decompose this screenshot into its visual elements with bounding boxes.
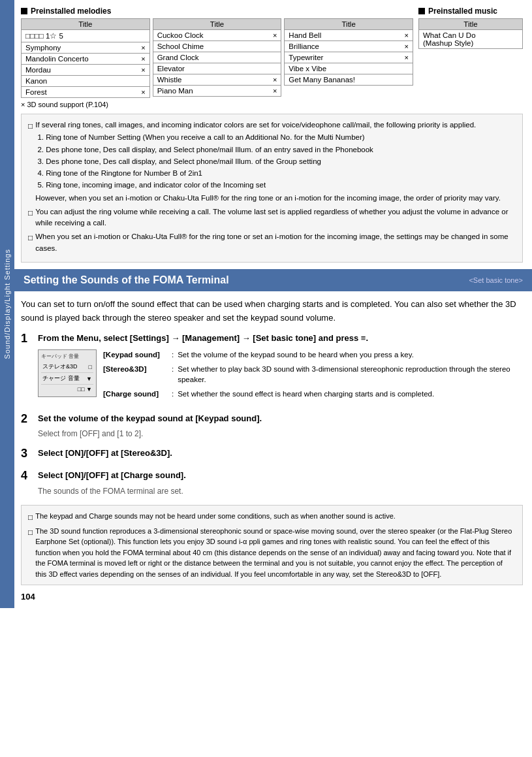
bottom-note-box: □ The keypad and Charge sounds may not b… bbox=[21, 505, 523, 586]
keypad-sound-label: [Keypad sound] bbox=[103, 349, 172, 360]
music-square-icon bbox=[418, 8, 425, 14]
row-cell: Mandolin Concerto × bbox=[22, 54, 150, 65]
x-mark: × bbox=[405, 54, 409, 61]
row-cell: Brilliance × bbox=[285, 41, 413, 52]
step-3-header: 3 Select [ON]/[OFF] at [Stereo&3D]. bbox=[21, 447, 523, 460]
phone-screen: キーパッド 音量 ステレオ&3D □ チャージ 音量 ▼ □□ ▼ bbox=[38, 349, 97, 397]
melodies-col-3: Title Hand Bell × Brilliance × Typewrite… bbox=[284, 18, 413, 98]
x-mark: × bbox=[141, 66, 145, 74]
melodies-title: Preinstalled melodies bbox=[31, 7, 111, 16]
info-box: □ If several ring tones, call images, an… bbox=[21, 114, 523, 263]
step-2-title: Set the volume of the keypad sound at [K… bbox=[38, 413, 523, 425]
row-cell: What Can U Do(Mashup Style) bbox=[419, 30, 523, 49]
x-mark: × bbox=[273, 76, 277, 84]
row-cell: Whistle × bbox=[153, 74, 281, 86]
step-4-header: 4 Select [ON]/[OFF] at [Charge sound]. bbox=[21, 470, 523, 483]
table-row: What Can U Do(Mashup Style) bbox=[419, 30, 523, 49]
x-mark: × bbox=[273, 87, 277, 95]
x-mark: × bbox=[273, 31, 277, 39]
table-row: Forest × bbox=[22, 87, 150, 98]
table-row: Whistle × bbox=[153, 74, 281, 86]
row-cell: Grand Clock bbox=[153, 52, 281, 63]
row-cell: Vibe x Vibe bbox=[285, 63, 413, 74]
step-4-subtitle: The sounds of the FOMA terminal are set. bbox=[38, 487, 523, 496]
row-cell: Piano Man × bbox=[153, 86, 281, 97]
bottom-note-item-1: □ The keypad and Charge sounds may not b… bbox=[28, 511, 516, 523]
info-text-3: When you set an i-motion or Chaku-Uta Fu… bbox=[35, 233, 508, 251]
music-title: Preinstalled music bbox=[428, 7, 497, 16]
table-row: Hand Bell × bbox=[285, 30, 413, 41]
note-3d: × 3D sound support (P.104) bbox=[21, 101, 523, 108]
setting-section-link: <Set basic tone> bbox=[469, 276, 523, 284]
info-intro: If several ring tones, call images, and … bbox=[35, 121, 476, 129]
info-content-2: You can adjust the ring volume while rec… bbox=[35, 206, 516, 229]
info-content-3: When you set an i-motion or Chaku-Uta Fu… bbox=[35, 231, 516, 254]
table-row: Mordau × bbox=[22, 65, 150, 76]
col3-header: Title bbox=[285, 19, 413, 30]
info-footer: However, when you set an i-motion or Cha… bbox=[35, 193, 516, 204]
x-mark: × bbox=[141, 55, 145, 63]
melodies-tables: Title □□□□ 1☆ 5 Symphony × Mandolin Conc… bbox=[21, 18, 413, 98]
screen-val-2: ▼ bbox=[86, 376, 92, 382]
x-mark: × bbox=[405, 31, 409, 39]
melodies-col-1: Title □□□□ 1☆ 5 Symphony × Mandolin Conc… bbox=[21, 18, 150, 98]
list-item: Des phone tone, Des call display, and Se… bbox=[46, 144, 516, 155]
info-item-2: □ You can adjust the ring volume while r… bbox=[28, 206, 516, 229]
step-3: 3 Select [ON]/[OFF] at [Stereo&3D]. bbox=[21, 447, 523, 460]
screen-label-1: ステレオ&3D bbox=[42, 362, 78, 371]
col1-header: Title bbox=[22, 19, 150, 30]
table-row: Mandolin Concerto × bbox=[22, 54, 150, 65]
step-1-header: 1 From the Menu, select [Settings] → [Ma… bbox=[21, 332, 523, 346]
table-row: Piano Man × bbox=[153, 86, 281, 97]
screen-top-row: キーパッド 音量 bbox=[41, 353, 93, 360]
charge-sound-row: [Charge sound] : Set whether the sound e… bbox=[103, 389, 523, 399]
x-mark: × bbox=[405, 42, 409, 50]
step-4-body: The sounds of the FOMA terminal are set. bbox=[21, 487, 523, 496]
row-cell: Cuckoo Clock × bbox=[153, 30, 281, 41]
step-2-number: 2 bbox=[21, 413, 33, 426]
charge-sound-label: [Charge sound] bbox=[103, 389, 172, 399]
step-1-title: From the Menu, select [Settings] → [Mana… bbox=[38, 332, 523, 344]
step-1-descriptions: [Keypad sound] : Set the volume of the k… bbox=[103, 349, 523, 403]
list-item: Ring tone, incoming image, and indicator… bbox=[46, 180, 516, 191]
step-3-number: 3 bbox=[21, 447, 33, 460]
table-row: Get Many Bananas! bbox=[285, 74, 413, 86]
info-content-1: If several ring tones, call images, and … bbox=[35, 120, 516, 204]
preinstalled-section: Preinstalled melodies Title □□□□ 1☆ 5 Sy… bbox=[21, 7, 523, 98]
step-2-subtitle: Select from [OFF] and [1 to 2]. bbox=[38, 429, 523, 438]
table-row: Cuckoo Clock × bbox=[153, 30, 281, 41]
info-icon-3: □ bbox=[28, 232, 33, 254]
music-header: Preinstalled music bbox=[418, 7, 523, 16]
step-2-header: 2 Set the volume of the keypad sound at … bbox=[21, 413, 523, 426]
melody-table-2: Title Cuckoo Clock × School Chime Grand … bbox=[153, 18, 282, 97]
setting-description: You can set to turn on/off the sound eff… bbox=[21, 298, 523, 325]
step-4: 4 Select [ON]/[OFF] at [Charge sound]. T… bbox=[21, 470, 523, 496]
table-row: Typewriter × bbox=[285, 52, 413, 63]
table-row: Symphony × bbox=[22, 42, 150, 54]
bottom-note-text-2: The 3D sound function reproduces a 3-dim… bbox=[35, 526, 516, 580]
bottom-note-icon-1: □ bbox=[28, 511, 33, 523]
step-1-content: キーパッド 音量 ステレオ&3D □ チャージ 音量 ▼ □□ ▼ bbox=[38, 349, 523, 403]
melody-table-3: Title Hand Bell × Brilliance × Typewrite… bbox=[284, 18, 413, 86]
step-3-title: Select [ON]/[OFF] at [Stereo&3D]. bbox=[38, 447, 523, 459]
melodies-area: Preinstalled melodies Title □□□□ 1☆ 5 Sy… bbox=[21, 7, 413, 98]
side-tab-label: Sound/Display/Light Settings bbox=[3, 249, 11, 359]
info-item-1: □ If several ring tones, call images, an… bbox=[28, 120, 516, 204]
table-row: Elevator bbox=[153, 63, 281, 74]
info-text-2: You can adjust the ring volume while rec… bbox=[35, 208, 508, 227]
row-cell: Symphony × bbox=[22, 42, 150, 54]
col2-header: Title bbox=[153, 19, 281, 30]
music-col-header: Title bbox=[419, 19, 523, 30]
screen-val-3: □□ ▼ bbox=[78, 386, 92, 393]
row-cell: □□□□ 1☆ 5 bbox=[22, 30, 150, 42]
melodies-square-icon bbox=[21, 8, 27, 14]
row-cell: Hand Bell × bbox=[285, 30, 413, 41]
screen-label-2: チャージ 音量 bbox=[42, 374, 80, 383]
bottom-note-text-1: The keypad and Charge sounds may not be … bbox=[35, 511, 396, 523]
main-content: Preinstalled melodies Title □□□□ 1☆ 5 Sy… bbox=[14, 0, 532, 608]
info-icon-2: □ bbox=[28, 207, 33, 229]
screen-val-1: □ bbox=[89, 364, 92, 370]
bottom-note-item-2: □ The 3D sound function reproduces a 3-d… bbox=[28, 526, 516, 580]
row-cell: Mordau × bbox=[22, 65, 150, 76]
step-1-body: キーパッド 音量 ステレオ&3D □ チャージ 音量 ▼ □□ ▼ bbox=[21, 349, 523, 403]
